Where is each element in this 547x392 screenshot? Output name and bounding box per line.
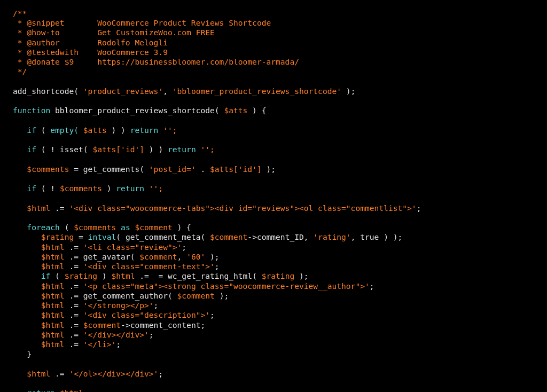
fn-intval: intval [88, 232, 116, 241]
str-div-comment-text: '<div class="comment-text">' [83, 262, 215, 271]
str-div-open: '<div class="woocommerce-tabs"><div id="… [69, 203, 416, 213]
comment-l6: */ [13, 67, 27, 76]
str-post-id: 'post_id=' [149, 164, 196, 174]
str-60: '60' [186, 252, 205, 261]
str-p-meta: '<p class="meta"><strong class="woocomme… [83, 281, 370, 291]
var-comments: $comments [27, 164, 69, 174]
close-brace-foreach: } [27, 349, 32, 358]
kw-foreach: foreach [27, 223, 60, 232]
str-close-li: '</li>' [83, 340, 116, 349]
var-atts-id: $atts['id'] [92, 145, 144, 154]
tok-close: ); [341, 87, 355, 96]
fn-name: bbloomer_product_reviews_shortcode( [50, 106, 224, 115]
comment-l4: * @testedwith WooCommerce 3.9 [13, 48, 168, 57]
var-atts: $atts [224, 106, 247, 115]
kw-function: function [13, 106, 50, 115]
comment-l5: * @donate $9 https://businessbloomer.com… [13, 57, 299, 66]
comment-l1: * @snippet WooCommerce Product Reviews S… [13, 18, 271, 27]
tok-comma: , [163, 87, 173, 96]
str-close-ol: '</ol></div></div>' [69, 369, 158, 378]
kw-as: as [116, 223, 135, 232]
str-li: '<li class="review">' [83, 242, 182, 252]
comment-l3: * @author Rodolfo Melogli [13, 38, 168, 47]
kw-if: if [27, 126, 36, 135]
var-rating: $rating [41, 232, 74, 241]
comment-l0: /** [13, 9, 27, 18]
str-close-divdiv: '</div></div>' [83, 330, 149, 339]
str-div-desc: '<div class="description">' [83, 310, 210, 319]
code-block: /** * @snippet WooCommerce Product Revie… [0, 0, 547, 392]
tok-str-bbloomer: 'bbloomer_product_reviews_shortcode' [173, 87, 341, 96]
var-html: $html [27, 203, 50, 213]
tok-str-prod-rev: 'product_reviews' [83, 87, 163, 96]
tok-add-shortcode: add_shortcode( [13, 87, 83, 96]
close-brace: ) { [247, 106, 266, 115]
str-close-strong: '</strong></p>' [83, 301, 154, 310]
var-comment: $comment [135, 223, 172, 232]
return-html: $html; [60, 388, 88, 392]
str-empty: ''; [158, 126, 177, 135]
str-rating: 'rating' [313, 232, 350, 241]
fn-empty: empty( [50, 126, 83, 135]
comment-l2: * @how-to Get CustomizeWoo.com FREE [13, 28, 215, 37]
kw-return: return [130, 126, 159, 135]
